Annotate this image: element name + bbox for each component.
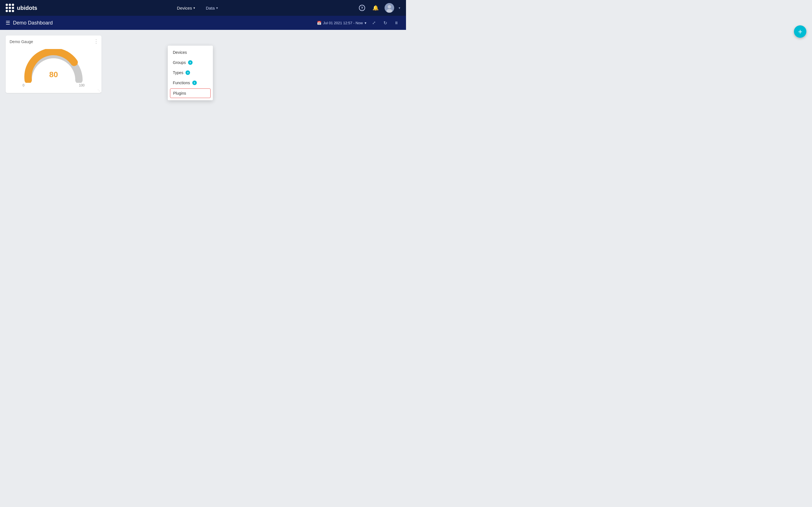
- date-range-label: Jul 01 2021 12:57 - Now: [323, 21, 363, 25]
- avatar-chevron-icon: ▾: [399, 6, 400, 10]
- refresh-icon: ↻: [384, 20, 387, 25]
- gauge-container: 80 0 100: [10, 46, 98, 89]
- dropdown-item-functions-label: Functions: [173, 80, 190, 85]
- nav-center: Devices ▾ Data ▾: [37, 4, 357, 12]
- dropdown-item-types[interactable]: Types +: [168, 68, 213, 78]
- svg-point-1: [388, 5, 391, 8]
- pause-button[interactable]: ⏸: [393, 19, 400, 27]
- dropdown-item-types-label: Types: [173, 70, 183, 75]
- devices-chevron-icon: ▾: [193, 6, 195, 10]
- pause-icon: ⏸: [395, 20, 398, 25]
- data-nav-button[interactable]: Data ▾: [202, 4, 222, 12]
- subheader: ☰ Demo Dashboard 📅 Jul 01 2021 12:57 - N…: [0, 16, 406, 30]
- demo-gauge-widget: Demo Gauge ⋮ 80 0 100 ⋱: [6, 36, 101, 93]
- dropdown-item-plugins-label: Plugins: [173, 91, 186, 96]
- logo-icon: [6, 4, 14, 12]
- help-button[interactable]: ?: [357, 3, 366, 12]
- subheader-controls: 📅 Jul 01 2021 12:57 - Now ▾ ⤢ ↻ ⏸: [317, 19, 400, 27]
- widget-menu-icon: ⋮: [94, 39, 99, 44]
- avatar-icon: [385, 3, 394, 13]
- dropdown-item-functions[interactable]: Functions +: [168, 78, 213, 88]
- nav-right: ? 🔔 ▾: [357, 3, 400, 13]
- expand-button[interactable]: ⤢: [370, 19, 378, 27]
- dropdown-item-groups[interactable]: Groups +: [168, 57, 213, 68]
- expand-icon: ⤢: [372, 20, 376, 25]
- dashboard-title-area: ☰ Demo Dashboard: [6, 20, 317, 26]
- logo-text: ubidots: [17, 5, 37, 11]
- date-range-button[interactable]: 📅 Jul 01 2021 12:57 - Now ▾: [317, 21, 366, 25]
- date-chevron-icon: ▾: [364, 21, 366, 25]
- functions-badge: +: [192, 80, 197, 85]
- menu-icon[interactable]: ☰: [6, 20, 10, 26]
- devices-nav-button[interactable]: Devices ▾: [173, 4, 199, 12]
- gauge-max-label: 100: [79, 83, 85, 87]
- bell-icon: 🔔: [372, 5, 378, 11]
- widget-title: Demo Gauge: [10, 40, 98, 44]
- help-icon: ?: [359, 5, 365, 11]
- dropdown-item-devices-label: Devices: [173, 50, 187, 55]
- dropdown-item-plugins[interactable]: Plugins: [170, 89, 211, 98]
- svg-text:80: 80: [49, 70, 58, 79]
- widget-menu-button[interactable]: ⋮: [94, 38, 99, 45]
- devices-dropdown-menu: Devices Groups + Types + Functions + Plu…: [168, 46, 213, 100]
- refresh-button[interactable]: ↻: [381, 19, 389, 27]
- types-badge: +: [186, 70, 190, 75]
- navbar: ubidots Devices ▾ Data ▾ ? 🔔 ▾: [0, 0, 406, 16]
- resize-handle[interactable]: ⋱: [98, 89, 100, 92]
- avatar[interactable]: [385, 3, 394, 13]
- calendar-icon: 📅: [317, 21, 321, 25]
- dropdown-item-groups-label: Groups: [173, 60, 186, 65]
- page-title: Demo Dashboard: [13, 20, 53, 26]
- dropdown-item-devices[interactable]: Devices: [168, 47, 213, 57]
- gauge-chart: 80: [22, 49, 85, 83]
- gauge-labels: 0 100: [22, 83, 85, 87]
- gauge-min-label: 0: [22, 83, 24, 87]
- logo[interactable]: ubidots: [6, 4, 37, 12]
- main-content: Demo Gauge ⋮ 80 0 100 ⋱: [0, 30, 406, 253]
- data-chevron-icon: ▾: [216, 6, 218, 10]
- notifications-button[interactable]: 🔔: [371, 3, 380, 12]
- groups-badge: +: [188, 60, 193, 65]
